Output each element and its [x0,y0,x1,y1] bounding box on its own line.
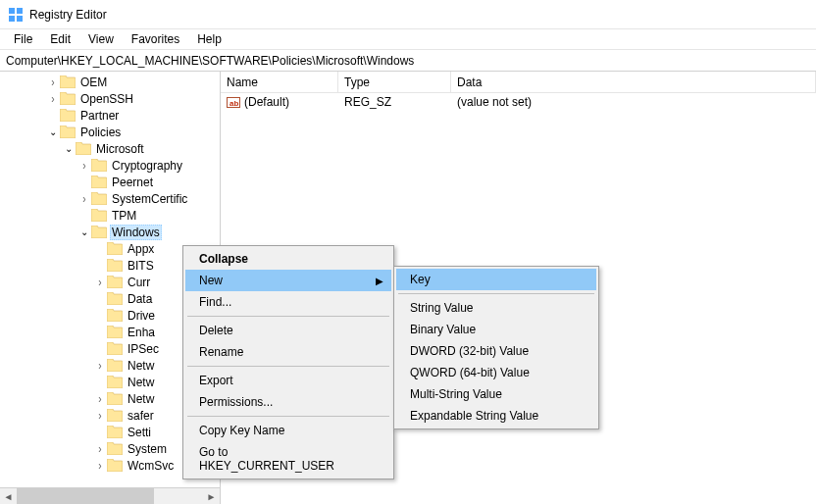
folder-icon [107,359,123,372]
scroll-track[interactable] [17,488,203,504]
folder-icon [107,376,123,388]
window-title: Registry Editor [29,8,107,22]
folder-icon [76,142,91,155]
ctx-new[interactable]: New ▶ [185,270,391,291]
ctx-new-string[interactable]: String Value [396,297,596,319]
tree-item[interactable]: › OpenSSH [0,90,220,107]
tree-item-label: IPSec [126,342,161,356]
tree-horizontal-scrollbar[interactable]: ◄ ► [0,487,220,504]
tree-item-label: Appx [126,242,156,256]
context-submenu-new: Key String Value Binary Value DWORD (32-… [393,266,599,429]
tree-item[interactable]: › OEM [0,74,220,90]
ctx-rename[interactable]: Rename [185,341,391,363]
expand-icon[interactable]: › [78,158,90,172]
folder-icon [107,276,123,288]
list-row[interactable]: ab (Default) REG_SZ (value not set) [221,93,816,111]
ctx-separator [398,293,594,294]
ctx-separator [187,366,389,367]
tree-item-label: Netw [126,359,156,373]
tree-item-label: Drive [126,309,157,323]
tree-item-label: safer [126,409,156,423]
tree-item-label: WcmSvc [126,459,176,473]
ctx-delete[interactable]: Delete [185,320,391,341]
menu-help[interactable]: Help [189,30,230,48]
column-header-name[interactable]: Name [221,72,338,92]
tree-item-label: Peernet [110,176,155,189]
folder-icon [107,342,123,355]
ctx-separator [187,416,389,417]
expand-icon[interactable]: › [94,458,106,472]
ctx-new-key[interactable]: Key [396,269,596,290]
tree-item[interactable]: › Cryptography [0,157,220,174]
menubar: File Edit View Favorites Help [0,29,816,50]
collapse-icon[interactable]: ⌄ [47,126,59,137]
ctx-go-to-hkcu[interactable]: Go to HKEY_CURRENT_USER [185,441,391,477]
menu-file[interactable]: File [6,30,40,48]
ctx-new-qword[interactable]: QWORD (64-bit) Value [396,362,596,383]
list-header: Name Type Data [221,72,816,93]
folder-icon [91,192,107,205]
tree-item[interactable]: › SystemCertific [0,190,220,207]
folder-icon [91,176,107,188]
column-header-type[interactable]: Type [338,72,451,92]
expand-icon[interactable]: › [94,408,106,422]
folder-icon [107,459,123,472]
value-type: REG_SZ [338,95,451,109]
tree-item[interactable]: TPM [0,207,220,224]
expand-icon[interactable]: › [47,91,59,105]
tree-item[interactable]: ⌄ Policies [0,124,220,140]
tree-item[interactable]: ⌄ Windows [0,224,220,240]
folder-icon [107,409,123,422]
value-data: (value not set) [451,95,816,109]
address-bar[interactable]: Computer\HKEY_LOCAL_MACHINE\SOFTWARE\Pol… [0,50,816,72]
svg-rect-3 [17,16,23,22]
scroll-right-button[interactable]: ► [203,488,220,505]
tree-item-label: Cryptography [110,159,184,173]
svg-text:ab: ab [230,99,238,108]
ctx-new-label: New [199,274,223,287]
tree-item-label: BITS [126,259,156,273]
tree-item-label: Partner [78,109,121,123]
ctx-collapse[interactable]: Collapse [185,248,391,270]
value-name: (Default) [244,95,289,109]
column-header-data[interactable]: Data [451,72,816,92]
menu-favorites[interactable]: Favorites [124,30,187,48]
folder-icon [107,292,123,305]
expand-icon[interactable]: › [94,391,106,405]
collapse-icon[interactable]: ⌄ [78,227,90,237]
folder-icon [107,326,123,338]
menu-edit[interactable]: Edit [42,30,78,48]
tree-item-label: TPM [110,209,138,223]
tree-item-label: Windows [110,225,162,240]
expand-icon[interactable]: › [47,75,59,88]
folder-icon [107,309,123,322]
folder-icon [91,226,107,238]
tree-item-label: Curr [126,276,152,289]
scroll-left-button[interactable]: ◄ [0,488,17,505]
folder-icon [91,209,107,222]
ctx-new-multistring[interactable]: Multi-String Value [396,383,596,405]
expand-icon[interactable]: › [78,191,90,205]
string-value-icon: ab [227,95,240,109]
folder-icon [107,442,123,455]
tree-item-label: Netw [126,376,156,389]
tree-item[interactable]: ⌄ Microsoft [0,140,220,157]
menu-view[interactable]: View [80,30,122,48]
expand-icon[interactable]: › [94,275,106,288]
ctx-new-expandable[interactable]: Expandable String Value [396,405,596,427]
ctx-export[interactable]: Export [185,370,391,391]
main-area: › OEM› OpenSSH Partner⌄ Policies⌄ Micros… [0,72,816,504]
submenu-arrow-icon: ▶ [376,276,383,286]
ctx-find[interactable]: Find... [185,291,391,313]
ctx-copy-key-name[interactable]: Copy Key Name [185,420,391,441]
tree-item[interactable]: Peernet [0,174,220,190]
expand-icon[interactable]: › [94,441,106,455]
expand-icon[interactable]: › [94,358,106,372]
tree-item[interactable]: Partner [0,107,220,124]
ctx-new-binary[interactable]: Binary Value [396,319,596,340]
ctx-permissions[interactable]: Permissions... [185,391,391,413]
collapse-icon[interactable]: ⌄ [63,143,75,154]
ctx-new-dword[interactable]: DWORD (32-bit) Value [396,340,596,362]
scroll-thumb[interactable] [17,488,154,504]
folder-icon [107,242,123,255]
